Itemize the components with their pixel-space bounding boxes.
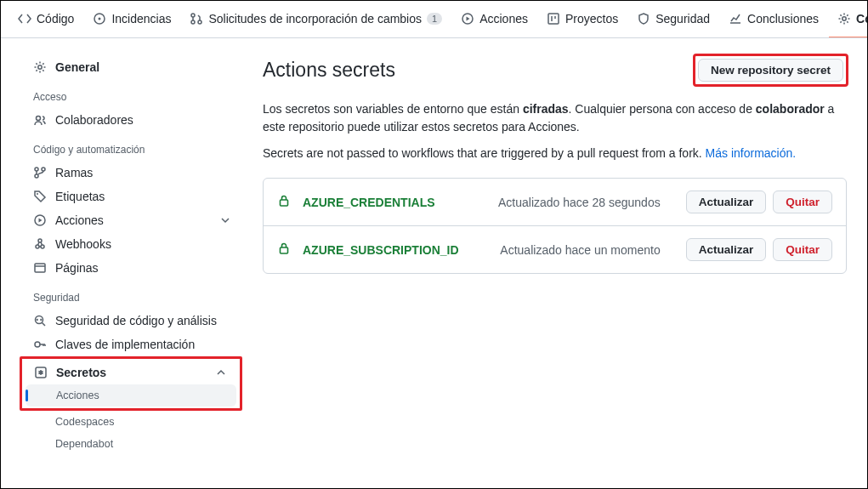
codescan-icon bbox=[33, 314, 47, 327]
tab-settings-label: Configuración bbox=[856, 12, 867, 26]
sidebar-general-label: General bbox=[55, 60, 99, 74]
tab-code[interactable]: Código bbox=[9, 1, 82, 38]
sidebar-heading-code: Código y automatización bbox=[25, 132, 241, 161]
svg-point-8 bbox=[38, 65, 42, 69]
play-icon bbox=[461, 12, 474, 26]
main-content: Actions secrets New repository secret Lo… bbox=[249, 38, 867, 489]
page-title: Actions secrets bbox=[263, 59, 395, 82]
tab-pulls[interactable]: Solicitudes de incorporación de cambios … bbox=[181, 1, 451, 38]
update-secret-button[interactable]: Actualizar bbox=[686, 238, 767, 261]
svg-point-11 bbox=[35, 174, 38, 178]
svg-point-12 bbox=[42, 168, 45, 171]
sidebar-tags-label: Etiquetas bbox=[55, 190, 105, 203]
secret-updated: Actualizado hace un momento bbox=[500, 243, 660, 257]
svg-point-4 bbox=[198, 20, 201, 24]
remove-secret-button[interactable]: Quitar bbox=[773, 190, 832, 213]
tab-projects-label: Proyectos bbox=[565, 12, 618, 26]
tab-insights[interactable]: Conclusiones bbox=[720, 1, 827, 38]
svg-point-2 bbox=[191, 14, 195, 17]
description-2: Secrets are not passed to workflows that… bbox=[263, 145, 847, 162]
remove-secret-button[interactable]: Quitar bbox=[773, 238, 832, 261]
svg-point-3 bbox=[191, 20, 195, 24]
webhook-icon bbox=[33, 237, 47, 251]
secrets-list: AZURE_CREDENTIALS Actualizado hace 28 se… bbox=[263, 178, 847, 274]
code-icon bbox=[18, 12, 31, 26]
sidebar-branches-label: Ramas bbox=[55, 166, 93, 179]
browser-icon bbox=[33, 261, 47, 275]
sidebar-heading-security: Seguridad bbox=[25, 280, 241, 309]
pulls-count-badge: 1 bbox=[427, 13, 442, 25]
pull-request-icon bbox=[190, 12, 203, 26]
sidebar-actions-label: Acciones bbox=[55, 213, 104, 227]
highlight-secrets-section: Secretos Acciones bbox=[20, 356, 242, 411]
gear-icon bbox=[33, 60, 47, 74]
secret-name: AZURE_SUBSCRIPTION_ID bbox=[303, 243, 459, 257]
repo-tabs: Código Incidencias Solicitudes de incorp… bbox=[1, 1, 867, 38]
sidebar-code-security[interactable]: Seguridad de código y análisis bbox=[25, 309, 241, 333]
svg-rect-18 bbox=[35, 264, 45, 272]
svg-rect-6 bbox=[548, 14, 559, 24]
sidebar-webhooks[interactable]: Webhooks bbox=[25, 232, 241, 256]
project-icon bbox=[547, 12, 560, 26]
sidebar-heading-access: Acceso bbox=[25, 79, 241, 108]
secret-name: AZURE_CREDENTIALS bbox=[303, 196, 435, 209]
secret-updated: Actualizado hace 28 segundos bbox=[498, 196, 661, 209]
chevron-up-icon bbox=[214, 366, 228, 379]
sidebar-secrets-codespaces[interactable]: Codespaces bbox=[25, 411, 241, 433]
new-repository-secret-button[interactable]: New repository secret bbox=[698, 59, 843, 82]
tab-pulls-label: Solicitudes de incorporación de cambios bbox=[208, 12, 422, 26]
tab-insights-label: Conclusiones bbox=[747, 12, 819, 26]
issue-icon bbox=[93, 12, 106, 26]
chevron-down-icon bbox=[218, 213, 232, 227]
sidebar-branches[interactable]: Ramas bbox=[25, 161, 241, 185]
settings-sidebar: General Acceso Colaboradores Código y au… bbox=[1, 38, 249, 489]
gear-icon bbox=[837, 12, 851, 26]
svg-point-15 bbox=[36, 245, 39, 248]
sidebar-general[interactable]: General bbox=[25, 55, 241, 79]
tab-actions-label: Acciones bbox=[479, 12, 528, 26]
people-icon bbox=[33, 113, 47, 127]
sidebar-secrets-actions[interactable]: Acciones bbox=[26, 384, 236, 407]
tab-security[interactable]: Seguridad bbox=[628, 1, 718, 38]
lock-icon bbox=[277, 194, 291, 210]
tab-issues-label: Incidencias bbox=[111, 12, 171, 26]
svg-point-20 bbox=[35, 342, 40, 347]
svg-point-13 bbox=[37, 193, 38, 195]
sidebar-secrets[interactable]: Secretos bbox=[26, 361, 236, 384]
tab-actions[interactable]: Acciones bbox=[452, 1, 536, 38]
update-secret-button[interactable]: Actualizar bbox=[686, 190, 767, 213]
tab-projects[interactable]: Proyectos bbox=[538, 1, 627, 38]
tag-icon bbox=[33, 190, 47, 203]
svg-rect-23 bbox=[281, 247, 288, 253]
sidebar-pages-label: Páginas bbox=[55, 261, 99, 275]
sidebar-tags[interactable]: Etiquetas bbox=[25, 185, 241, 208]
highlight-new-secret: New repository secret bbox=[695, 55, 847, 85]
tab-settings[interactable]: Configuración bbox=[829, 1, 867, 38]
svg-point-1 bbox=[99, 17, 101, 20]
branch-icon bbox=[33, 166, 47, 179]
svg-point-16 bbox=[41, 245, 44, 248]
description-1: Los secretos son variables de entorno qu… bbox=[263, 100, 847, 136]
shield-icon bbox=[637, 12, 650, 26]
tab-issues[interactable]: Incidencias bbox=[84, 1, 179, 38]
tab-code-label: Código bbox=[37, 12, 74, 26]
play-icon bbox=[33, 213, 47, 227]
sidebar-actions[interactable]: Acciones bbox=[25, 208, 241, 232]
sidebar-webhooks-label: Webhooks bbox=[55, 237, 111, 251]
svg-point-10 bbox=[35, 168, 38, 171]
svg-rect-22 bbox=[281, 200, 288, 206]
sidebar-code-security-label: Seguridad de código y análisis bbox=[55, 314, 217, 327]
sidebar-deploy-keys-label: Claves de implementación bbox=[55, 338, 195, 351]
sidebar-collaborators-label: Colaboradores bbox=[55, 113, 133, 127]
graph-icon bbox=[729, 12, 742, 26]
sidebar-secrets-dependabot[interactable]: Dependabot bbox=[25, 433, 241, 455]
sidebar-secrets-label: Secretos bbox=[56, 366, 106, 379]
learn-more-link[interactable]: Más información. bbox=[706, 146, 797, 160]
asterisk-icon bbox=[34, 366, 48, 379]
secret-row: AZURE_CREDENTIALS Actualizado hace 28 se… bbox=[264, 179, 846, 225]
sidebar-pages[interactable]: Páginas bbox=[25, 256, 241, 280]
sidebar-deploy-keys[interactable]: Claves de implementación bbox=[25, 333, 241, 356]
secret-row: AZURE_SUBSCRIPTION_ID Actualizado hace u… bbox=[264, 225, 846, 273]
sidebar-collaborators[interactable]: Colaboradores bbox=[25, 108, 241, 132]
tab-security-label: Seguridad bbox=[655, 12, 710, 26]
